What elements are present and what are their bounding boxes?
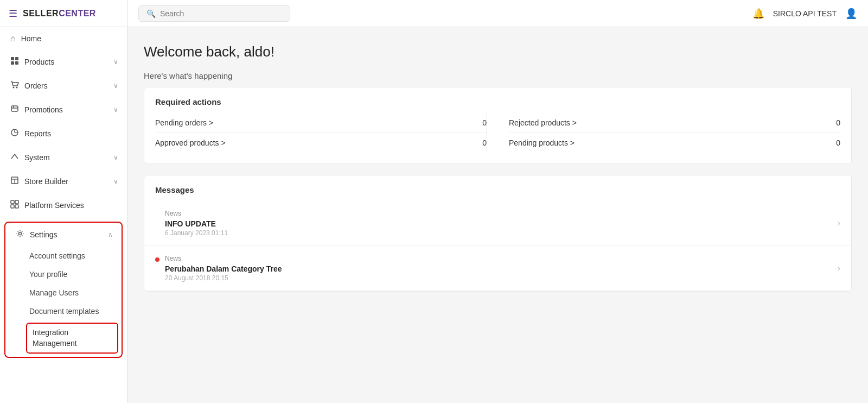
sidebar-label-orders: Orders	[24, 81, 108, 90]
logo-area: ☰ SELLERCENTER	[0, 0, 127, 27]
action-pending-products: Pending products > 0	[509, 133, 840, 153]
search-icon: 🔍	[146, 9, 156, 18]
sidebar-item-products[interactable]: Products ∨	[0, 50, 127, 74]
orders-icon	[10, 80, 19, 91]
promotions-icon	[10, 104, 19, 115]
topbar: ☰ SELLERCENTER 🔍 🔔 SIRCLO API TEST 👤	[0, 0, 868, 27]
svg-rect-16	[15, 205, 18, 208]
user-icon[interactable]: 👤	[845, 8, 857, 20]
search-input[interactable]	[160, 9, 269, 18]
sidebar-label-platform-services: Platform Services	[24, 201, 118, 210]
manage-users-label: Manage Users	[29, 288, 79, 297]
user-name: SIRCLO API TEST	[773, 9, 837, 18]
logo-center: CENTER	[59, 9, 96, 18]
sidebar-subitem-your-profile[interactable]: Your profile	[5, 265, 122, 284]
actions-grid: Pending orders > 0 Approved products > 0…	[155, 113, 840, 153]
svg-rect-6	[11, 106, 18, 111]
message-title-1: INFO UPDATE	[165, 219, 838, 228]
pending-products-link[interactable]: Pending products >	[509, 138, 575, 147]
message-content-1: News INFO UPDATE 6 January 2023 01:11	[165, 210, 838, 237]
platform-services-icon	[10, 200, 19, 211]
message-chevron-2: ›	[838, 263, 840, 273]
document-templates-label: Document templates	[29, 307, 99, 316]
svg-rect-0	[11, 57, 14, 60]
section-subtitle: Here's what's happening	[144, 71, 852, 80]
message-item-1[interactable]: News INFO UPDATE 6 January 2023 01:11 ›	[144, 201, 851, 246]
message-content-2: News Perubahan Dalam Category Tree 20 Au…	[165, 255, 838, 282]
sidebar-label-system: System	[24, 153, 108, 162]
message-date-2: 20 August 2018 20:15	[165, 274, 838, 282]
action-pending-orders: Pending orders > 0	[155, 113, 487, 133]
message-chevron-1: ›	[838, 218, 840, 228]
sidebar-item-system[interactable]: System ∨	[0, 146, 127, 169]
sidebar-subitem-integration-management[interactable]: IntegrationManagement	[26, 323, 118, 354]
sidebar-item-promotions[interactable]: Promotions ∨	[0, 98, 127, 122]
bell-icon[interactable]: 🔔	[752, 8, 764, 20]
your-profile-label: Your profile	[29, 270, 67, 279]
pending-products-count: 0	[836, 138, 840, 147]
svg-rect-13	[11, 200, 14, 204]
rejected-products-count: 0	[836, 118, 840, 127]
reports-icon	[10, 128, 19, 139]
home-icon: ⌂	[10, 34, 16, 43]
chevron-down-icon5: ∨	[113, 178, 118, 185]
message-title-2: Perubahan Dalam Category Tree	[165, 265, 838, 273]
sidebar-item-orders[interactable]: Orders ∨	[0, 74, 127, 98]
rejected-products-link[interactable]: Rejected products >	[509, 118, 577, 127]
sidebar-item-store-builder[interactable]: Store Builder ∨	[0, 169, 127, 193]
svg-rect-15	[11, 205, 14, 208]
chevron-down-icon2: ∨	[113, 82, 118, 90]
topbar-right: 🔔 SIRCLO API TEST 👤	[742, 8, 868, 20]
approved-products-link[interactable]: Approved products >	[155, 138, 226, 147]
search-area: 🔍	[127, 5, 742, 22]
messages-card: Messages News INFO UPDATE 6 January 2023…	[144, 175, 852, 292]
main-content: Welcome back, aldo! Here's what's happen…	[127, 27, 868, 403]
sidebar-item-platform-services[interactable]: Platform Services	[0, 193, 127, 217]
action-approved-products: Approved products > 0	[155, 133, 487, 153]
sidebar-item-home[interactable]: ⌂ Home	[0, 27, 127, 50]
settings-icon	[16, 229, 24, 240]
sidebar-subitem-manage-users[interactable]: Manage Users	[5, 284, 122, 302]
sidebar-label-promotions: Promotions	[24, 105, 108, 114]
message-item-2[interactable]: News Perubahan Dalam Category Tree 20 Au…	[144, 246, 851, 291]
svg-point-4	[13, 87, 15, 89]
required-actions-title: Required actions	[144, 87, 851, 113]
right-actions-col: Rejected products > 0 Pending products >…	[487, 113, 840, 153]
sidebar-item-reports[interactable]: Reports	[0, 122, 127, 146]
sidebar-label-home: Home	[21, 34, 118, 43]
account-settings-label: Account settings	[29, 251, 85, 260]
chevron-up-icon: ∧	[108, 231, 113, 238]
chevron-down-icon: ∨	[113, 58, 118, 66]
sidebar: ⌂ Home Products ∨ Orders ∨ Promotions ∨ …	[0, 27, 127, 403]
search-box[interactable]: 🔍	[138, 5, 290, 22]
sidebar-label-reports: Reports	[24, 129, 118, 138]
pending-orders-count: 0	[482, 118, 487, 127]
messages-title: Messages	[144, 175, 851, 201]
required-actions-card: Required actions Pending orders > 0 Appr…	[144, 87, 852, 164]
sidebar-item-settings[interactable]: Settings ∧	[5, 223, 122, 247]
products-icon	[10, 56, 19, 67]
sidebar-label-settings: Settings	[30, 230, 103, 239]
integration-management-label: IntegrationManagement	[33, 328, 77, 348]
left-actions-col: Pending orders > 0 Approved products > 0	[155, 113, 487, 153]
chevron-down-icon4: ∨	[113, 154, 118, 161]
logo-seller: SELLER	[23, 9, 59, 18]
svg-rect-2	[11, 61, 14, 65]
pending-orders-link[interactable]: Pending orders >	[155, 118, 213, 127]
sidebar-subitem-account-settings[interactable]: Account settings	[5, 247, 122, 265]
svg-point-17	[19, 232, 22, 235]
message-category-1: News	[165, 210, 838, 217]
approved-products-count: 0	[482, 138, 487, 147]
required-actions-body: Pending orders > 0 Approved products > 0…	[144, 113, 851, 163]
unread-dot-2	[155, 257, 159, 262]
sidebar-subitem-document-templates[interactable]: Document templates	[5, 302, 122, 320]
logo: SELLERCENTER	[23, 9, 96, 18]
message-category-2: News	[165, 255, 838, 262]
sidebar-label-products: Products	[24, 58, 108, 66]
svg-rect-3	[15, 61, 18, 65]
store-builder-icon	[10, 176, 19, 187]
chevron-down-icon3: ∨	[113, 106, 118, 114]
hamburger-icon[interactable]: ☰	[9, 8, 17, 20]
svg-point-5	[16, 87, 18, 89]
welcome-title: Welcome back, aldo!	[144, 43, 852, 60]
